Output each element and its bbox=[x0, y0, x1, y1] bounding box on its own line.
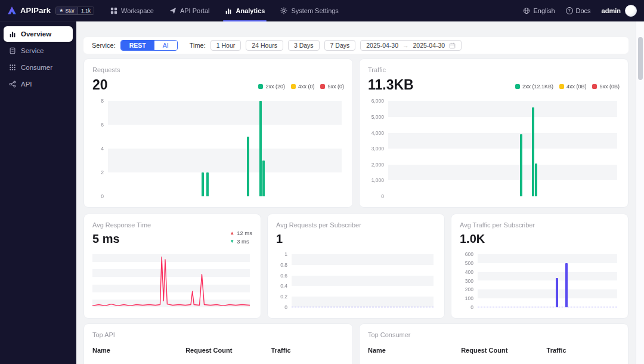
sidebar-item-consumer[interactable]: Consumer bbox=[4, 60, 73, 75]
apipark-logo-icon bbox=[7, 6, 17, 16]
scrollbar-thumb[interactable] bbox=[638, 37, 643, 80]
grid-dots-icon bbox=[9, 64, 16, 71]
legend-5xx-label: 5xx (0) bbox=[327, 84, 344, 90]
overview-bar-chart-icon bbox=[9, 30, 16, 38]
bar-chart-icon bbox=[225, 7, 232, 14]
star-badge-left: ★ Star bbox=[56, 7, 78, 14]
legend-4xx-label: 4xx (0) bbox=[298, 84, 315, 90]
traffic-legend: 2xx (12.1KB) 4xx (0B) 5xx (0B) bbox=[515, 84, 620, 90]
top-consumer-card: Top Consumer Name Request Count Traffic bbox=[359, 323, 628, 364]
date-range-picker[interactable]: 2025-04-30 → 2025-04-30 bbox=[360, 40, 462, 51]
service-ai-button[interactable]: AI bbox=[154, 41, 177, 50]
top-consumer-col-name: Name bbox=[368, 347, 461, 354]
time-24hours-button[interactable]: 24 Hours bbox=[246, 40, 283, 51]
brand[interactable]: APIPark bbox=[7, 6, 51, 16]
requests-title: Requests bbox=[92, 66, 120, 73]
date-arrow-icon: → bbox=[402, 42, 409, 49]
nav-api-portal-label: API Portal bbox=[180, 7, 210, 14]
sidebar-item-service[interactable]: Service bbox=[4, 43, 73, 58]
nav-workspace-label: Workspace bbox=[121, 7, 154, 14]
sidebar-item-overview[interactable]: Overview bbox=[4, 26, 73, 42]
avg-traffic-subscriber-title: Avg Traffic per Subscriber bbox=[460, 221, 535, 229]
legend-4xx-label: 4xx (0B) bbox=[566, 84, 587, 90]
calendar-icon bbox=[449, 42, 456, 49]
requests-value: 20 bbox=[92, 77, 120, 92]
star-label: Star bbox=[65, 8, 75, 14]
legend-5xx-swatch bbox=[320, 84, 325, 89]
avg-traffic-subscriber-value: 1.0K bbox=[460, 232, 535, 246]
top-api-card: Top API Name Request Count Traffic bbox=[83, 323, 353, 364]
main-content: Service: REST AI Time: 1 Hour 24 Hours 3… bbox=[76, 21, 636, 364]
traffic-title: Traffic bbox=[368, 66, 414, 73]
time-1hour-button[interactable]: 1 Hour bbox=[210, 40, 242, 51]
service-label: Service: bbox=[92, 42, 116, 49]
username: admin bbox=[602, 7, 621, 14]
tables-row: Top API Name Request Count Traffic Top C… bbox=[83, 323, 628, 364]
nav-item-analytics[interactable]: Analytics bbox=[217, 0, 273, 21]
requests-chart: 86420 bbox=[92, 98, 344, 200]
github-star-badge[interactable]: ★ Star 1.1k bbox=[55, 7, 94, 15]
top-api-title: Top API bbox=[92, 331, 344, 338]
nav-system-settings-label: System Settings bbox=[291, 7, 338, 14]
docs-link[interactable]: ? Docs bbox=[566, 7, 591, 14]
language-switcher[interactable]: English bbox=[523, 7, 555, 14]
language-label: English bbox=[533, 7, 555, 14]
service-rest-button[interactable]: REST bbox=[121, 41, 154, 50]
charts-row-1: Requests 20 2xx (20) 4xx (0) 5xx (0) 864… bbox=[83, 58, 628, 208]
top-nav-items: Workspace API Portal Analytics System Se… bbox=[103, 0, 346, 21]
traffic-card: Traffic 11.3KB 2xx (12.1KB) 4xx (0B) 5xx… bbox=[359, 58, 628, 208]
time-7days-button[interactable]: 7 Days bbox=[324, 40, 356, 51]
sidebar: Overview Service Consumer API bbox=[0, 21, 76, 364]
docs-label: Docs bbox=[576, 7, 591, 14]
sidebar-api-label: API bbox=[21, 81, 32, 88]
top-api-col-request-count: Request Count bbox=[185, 347, 271, 354]
arrow-up-icon: ▲ bbox=[230, 231, 234, 236]
top-consumer-col-request-count: Request Count bbox=[461, 347, 546, 354]
requests-legend: 2xx (20) 4xx (0) 5xx (0) bbox=[258, 84, 344, 90]
avg-response-value: 5 ms bbox=[92, 232, 151, 246]
user-menu[interactable]: admin bbox=[602, 5, 637, 17]
brand-name: APIPark bbox=[20, 6, 51, 15]
nav-item-api-portal[interactable]: API Portal bbox=[162, 0, 218, 21]
avg-response-time-card: Avg Response Time 5 ms ▲12 ms ▼3 ms bbox=[83, 214, 261, 319]
avatar bbox=[625, 5, 637, 17]
top-api-col-name: Name bbox=[92, 347, 185, 354]
response-max-value: 12 ms bbox=[237, 230, 252, 236]
gear-icon bbox=[280, 7, 287, 14]
avg-response-title: Avg Response Time bbox=[92, 221, 151, 229]
top-api-col-traffic: Traffic bbox=[271, 347, 344, 354]
nav-item-system-settings[interactable]: System Settings bbox=[273, 0, 346, 21]
avg-requests-subscriber-value: 1 bbox=[276, 232, 361, 246]
legend-2xx-label: 2xx (12.1KB) bbox=[522, 84, 553, 90]
arrow-down-icon: ▼ bbox=[230, 239, 234, 244]
requests-card: Requests 20 2xx (20) 4xx (0) 5xx (0) 864… bbox=[83, 58, 353, 208]
legend-4xx-swatch bbox=[291, 84, 296, 89]
star-count: 1.1k bbox=[78, 7, 94, 14]
filter-bar: Service: REST AI Time: 1 Hour 24 Hours 3… bbox=[83, 37, 628, 54]
top-consumer-title: Top Consumer bbox=[368, 331, 620, 338]
scrollbar[interactable] bbox=[636, 21, 644, 364]
response-minmax: ▲12 ms ▼3 ms bbox=[230, 230, 252, 245]
globe-icon bbox=[523, 7, 530, 14]
legend-5xx-swatch bbox=[592, 84, 597, 89]
avg-traffic-subscriber-chart: 6005004003002001000 bbox=[460, 252, 620, 311]
avg-requests-subscriber-title: Avg Requests per Subscriber bbox=[276, 221, 361, 229]
charts-row-2: Avg Response Time 5 ms ▲12 ms ▼3 ms Avg … bbox=[83, 214, 628, 319]
topnav-right: English ? Docs admin bbox=[523, 5, 637, 17]
document-icon bbox=[9, 47, 16, 54]
sidebar-consumer-label: Consumer bbox=[21, 64, 52, 71]
sidebar-overview-label: Overview bbox=[21, 30, 51, 38]
paper-plane-icon bbox=[169, 7, 177, 14]
legend-5xx-label: 5xx (0B) bbox=[599, 84, 620, 90]
share-nodes-icon bbox=[9, 81, 16, 88]
avg-response-chart bbox=[92, 252, 252, 311]
sidebar-service-label: Service bbox=[21, 47, 44, 54]
time-3days-button[interactable]: 3 Days bbox=[288, 40, 320, 51]
legend-2xx-label: 2xx (20) bbox=[265, 84, 285, 90]
service-segmented-control: REST AI bbox=[120, 40, 178, 51]
nav-item-workspace[interactable]: Workspace bbox=[103, 0, 162, 21]
sidebar-item-api[interactable]: API bbox=[4, 76, 73, 92]
top-navbar: APIPark ★ Star 1.1k Workspace API Portal… bbox=[0, 0, 644, 21]
response-min-value: 3 ms bbox=[237, 238, 249, 245]
legend-4xx-swatch bbox=[559, 84, 564, 89]
